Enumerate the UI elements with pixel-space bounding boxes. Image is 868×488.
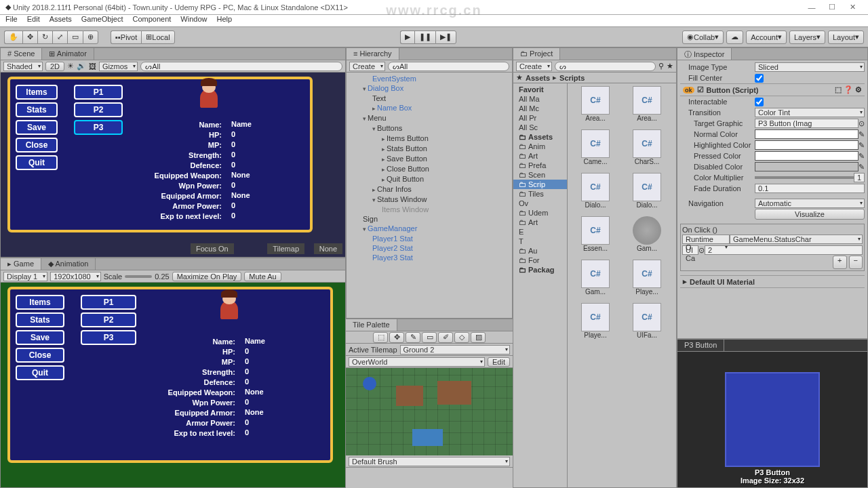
- hierarchy-item[interactable]: Player2 Stat: [347, 243, 512, 253]
- rpg-p3[interactable]: P3: [74, 120, 123, 135]
- transition-dropdown[interactable]: Color Tint: [755, 108, 865, 117]
- pivot-toggle[interactable]: ▪▪ Pivot: [111, 30, 141, 44]
- hierarchy-create[interactable]: Create: [349, 62, 385, 71]
- layout-button[interactable]: Layout ▾: [828, 30, 864, 44]
- multiplier-slider[interactable]: [755, 176, 854, 179]
- project-tree-item[interactable]: Anim: [513, 142, 567, 151]
- shading-mode[interactable]: Shaded: [3, 62, 43, 71]
- hierarchy-item[interactable]: Menu: [347, 113, 512, 123]
- asset-item[interactable]: C#CharS...: [622, 129, 672, 171]
- g-rpg-items[interactable]: Items: [16, 295, 64, 310]
- scene-view[interactable]: Items Stats Save Close Quit P1 P2 P3 Nam…: [1, 73, 345, 257]
- rotate-tool[interactable]: ↻: [37, 30, 52, 44]
- g-rpg-p3[interactable]: P3: [81, 330, 136, 345]
- edit-button[interactable]: Edit: [488, 357, 510, 367]
- menu-gameobject[interactable]: GameObject: [81, 15, 123, 26]
- minimize-button[interactable]: —: [802, 3, 822, 12]
- collab-button[interactable]: ◉ Collab ▾: [682, 30, 724, 44]
- inspector-tab[interactable]: ⓘ Inspector: [677, 48, 732, 60]
- project-tree-item[interactable]: E: [513, 227, 567, 237]
- function-dropdown[interactable]: GameMenu.StatusChar: [730, 235, 863, 244]
- button-component-header[interactable]: ok☑ Button (Script)⬚ ❓ ⚙: [680, 83, 865, 96]
- hierarchy-item[interactable]: Save Button: [347, 154, 512, 164]
- tilemap-dropdown[interactable]: Ground 2: [400, 345, 510, 354]
- g-rpg-p2[interactable]: P2: [81, 312, 136, 327]
- g-rpg-close[interactable]: Close: [16, 348, 64, 363]
- display-dropdown[interactable]: Display 1: [3, 272, 47, 281]
- transform-tool[interactable]: ⊕: [83, 30, 98, 44]
- rpg-save[interactable]: Save: [16, 120, 58, 135]
- g-rpg-save[interactable]: Save: [16, 330, 64, 345]
- account-button[interactable]: Account ▾: [746, 30, 787, 44]
- hierarchy-item[interactable]: Player3 Stat: [347, 253, 512, 262]
- project-tree-item[interactable]: Ov: [513, 199, 567, 208]
- hierarchy-list[interactable]: EventSystemDialog BoxTextName BoxMenuBut…: [347, 73, 512, 318]
- gizmos-dropdown[interactable]: Gizmos: [99, 62, 138, 71]
- disabled-color-swatch[interactable]: [755, 162, 859, 171]
- rect-tool[interactable]: ▭: [67, 30, 83, 44]
- material-header[interactable]: ▸ Default UI Material: [680, 275, 865, 288]
- rpg-items[interactable]: Items: [16, 85, 58, 100]
- picker-tool[interactable]: ✐: [438, 332, 453, 343]
- fade-field[interactable]: 0.1: [755, 184, 865, 193]
- hierarchy-item[interactable]: Items Button: [347, 134, 512, 144]
- palette-canvas[interactable]: [346, 368, 513, 455]
- close-button[interactable]: ✕: [842, 3, 863, 12]
- normal-color-swatch[interactable]: [755, 129, 859, 139]
- asset-item[interactable]: C#Came...: [570, 129, 620, 171]
- project-tree-item[interactable]: Assets: [513, 132, 567, 142]
- maximize-toggle[interactable]: Maximize On Play: [172, 272, 242, 281]
- hierarchy-item[interactable]: Close Button: [347, 164, 512, 174]
- project-tree-item[interactable]: Prefa: [513, 161, 567, 170]
- animation-tab[interactable]: ◆ Animation: [41, 258, 96, 270]
- hierarchy-item[interactable]: Name Box: [347, 103, 512, 113]
- asset-item[interactable]: C#Area...: [622, 86, 672, 128]
- fill-tool[interactable]: ▨: [471, 332, 486, 343]
- menu-assets[interactable]: Assets: [50, 15, 72, 26]
- menu-edit[interactable]: Edit: [27, 15, 40, 26]
- asset-item[interactable]: C#Playe...: [570, 303, 620, 345]
- move-tool[interactable]: ✥: [22, 30, 37, 44]
- 2d-toggle[interactable]: 2D: [45, 62, 64, 71]
- runtime-dropdown[interactable]: Runtime O: [682, 235, 730, 244]
- menu-file[interactable]: File: [5, 15, 18, 26]
- resolution-dropdown[interactable]: 1920x1080: [50, 272, 100, 281]
- visualize-button[interactable]: Visualize: [755, 209, 865, 220]
- project-breadcrumb[interactable]: ★ Assets ▸ Scripts: [513, 73, 676, 83]
- rpg-quit[interactable]: Quit: [16, 155, 58, 170]
- hand-tool[interactable]: ✋: [4, 30, 22, 44]
- remove-event[interactable]: −: [849, 256, 863, 269]
- select-tool[interactable]: ⬚: [373, 332, 388, 343]
- project-tree-item[interactable]: Udem: [513, 208, 567, 218]
- rpg-close[interactable]: Close: [16, 138, 58, 152]
- image-icon[interactable]: 🖼: [89, 62, 96, 70]
- scene-tab[interactable]: # Scene: [1, 48, 42, 60]
- project-tree-item[interactable]: Packag: [513, 265, 567, 274]
- mute-toggle[interactable]: Mute Au: [244, 272, 281, 281]
- asset-item[interactable]: C#Gam...: [570, 260, 620, 302]
- hierarchy-item[interactable]: Buttons: [347, 123, 512, 134]
- project-tree-item[interactable]: Tiles: [513, 189, 567, 199]
- asset-item[interactable]: C#Area...: [570, 86, 620, 128]
- hierarchy-item[interactable]: Stats Button: [347, 144, 512, 154]
- animator-tab[interactable]: ⊞ Animator: [42, 48, 94, 60]
- project-tree-item[interactable]: Scen: [513, 170, 567, 180]
- world-dropdown[interactable]: OverWorld: [349, 357, 485, 367]
- menu-window[interactable]: Window: [180, 15, 207, 26]
- rpg-p2[interactable]: P2: [74, 102, 123, 117]
- project-tree-item[interactable]: All Sc: [513, 123, 567, 132]
- game-view[interactable]: Items Stats Save Close Quit P1 P2 P3 Nam…: [1, 283, 345, 487]
- preview-area[interactable]: P3 Button Image Size: 32x32: [677, 352, 867, 487]
- hierarchy-item[interactable]: GameManager: [347, 224, 512, 234]
- hierarchy-item[interactable]: Char Infos: [347, 184, 512, 195]
- asset-item[interactable]: C#Dialo...: [570, 173, 620, 215]
- rpg-stats[interactable]: Stats: [16, 102, 58, 117]
- star-icon[interactable]: ★: [667, 62, 673, 70]
- add-event[interactable]: +: [833, 256, 846, 269]
- scene-search[interactable]: ᔕAll: [140, 62, 342, 71]
- preview-tab[interactable]: P3 Button: [677, 340, 724, 351]
- maximize-button[interactable]: ☐: [822, 3, 842, 12]
- project-tree-item[interactable]: Scrip: [513, 180, 567, 189]
- rpg-p1[interactable]: P1: [74, 85, 123, 100]
- project-tree[interactable]: FavoritAll MaAll McAll PrAll ScAssetsAni…: [513, 83, 568, 487]
